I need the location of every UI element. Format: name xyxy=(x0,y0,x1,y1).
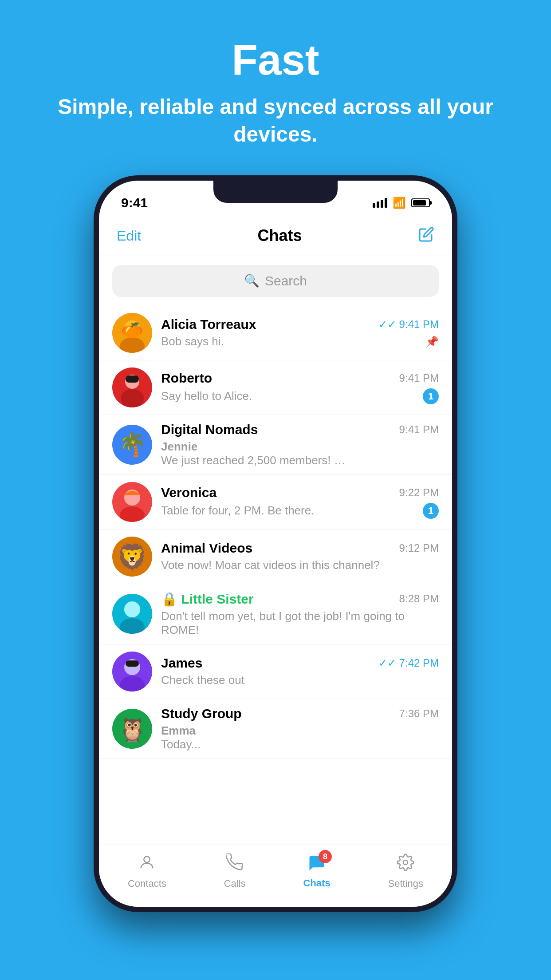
nav-header: Edit Chats xyxy=(99,216,452,256)
chat-sender-study: Emma xyxy=(161,724,439,738)
wifi-icon: 📶 xyxy=(393,197,406,209)
chat-time-alicia: ✓✓ 9:41 PM xyxy=(378,318,439,331)
search-placeholder: Search xyxy=(265,273,307,288)
svg-point-18 xyxy=(124,601,140,617)
nav-item-calls[interactable]: Calls xyxy=(224,854,246,889)
chat-content-veronica: Veronica 9:22 PM Table for four, 2 PM. B… xyxy=(161,485,439,519)
avatar-roberto xyxy=(112,368,152,407)
svg-text:🌴: 🌴 xyxy=(118,431,147,458)
chat-sender-digital: Jennie xyxy=(161,440,439,454)
nav-item-contacts[interactable]: Contacts xyxy=(128,854,166,889)
chat-name-roberto: Roberto xyxy=(161,371,212,386)
settings-label: Settings xyxy=(388,878,424,889)
hero-title: Fast xyxy=(232,36,319,84)
chat-name-animal: Animal Videos xyxy=(161,541,252,556)
svg-text:🦉: 🦉 xyxy=(118,716,147,743)
chat-content-james: James ✓✓ 7:42 PM Check these out xyxy=(161,656,439,687)
svg-point-26 xyxy=(144,856,150,862)
chat-time-digital: 9:41 PM xyxy=(399,423,439,436)
chat-content-animal: Animal Videos 9:12 PM Vote now! Moar cat… xyxy=(161,541,439,572)
search-bar[interactable]: 🔍 Search xyxy=(112,265,439,297)
svg-rect-9 xyxy=(126,375,139,383)
chat-preview-james: Check these out xyxy=(161,673,244,687)
avatar-veronica xyxy=(112,482,152,522)
chat-time-sister: 8:28 PM xyxy=(399,593,439,605)
hero-subtitle: Simple, reliable and synced across all y… xyxy=(0,93,551,149)
chat-item-digital[interactable]: 🌴 Digital Nomads 9:41 PM Jennie We just … xyxy=(99,415,452,475)
avatar-james xyxy=(112,652,152,692)
chat-item-veronica[interactable]: Veronica 9:22 PM Table for four, 2 PM. B… xyxy=(99,475,452,530)
avatar-digital: 🌴 xyxy=(112,425,152,465)
chat-time-james: ✓✓ 7:42 PM xyxy=(378,657,439,669)
svg-rect-23 xyxy=(126,660,139,667)
page-title: Chats xyxy=(258,226,302,245)
chat-preview-digital: We just reached 2,500 members! WOO! xyxy=(161,454,347,467)
chats-badge: 8 xyxy=(319,850,332,863)
chat-time-study: 7:36 PM xyxy=(399,707,439,720)
calls-label: Calls xyxy=(224,878,246,889)
chat-content-sister: 🔒 Little Sister 8:28 PM Don't tell mom y… xyxy=(161,591,439,637)
settings-icon xyxy=(397,854,414,875)
chat-content-study: Study Group 7:36 PM Emma Today... xyxy=(161,706,439,751)
bottom-nav: Contacts Calls 8 xyxy=(99,845,452,907)
chat-content-alicia: Alicia Torreaux ✓✓ 9:41 PM Bob says hi. … xyxy=(161,317,439,348)
unread-badge-roberto: 1 xyxy=(423,388,439,404)
chat-preview-animal: Vote now! Moar cat videos in this channe… xyxy=(161,558,439,572)
chat-name-veronica: Veronica xyxy=(161,485,216,500)
chat-preview-roberto: Say hello to Alice. xyxy=(161,389,252,403)
search-icon: 🔍 xyxy=(244,273,260,288)
phone-outer: 9:41 📶 Edit Chats xyxy=(94,175,457,912)
chat-name-alicia: Alicia Torreaux xyxy=(161,317,256,332)
chat-name-sister: 🔒 Little Sister xyxy=(161,591,254,607)
edit-button[interactable]: Edit xyxy=(117,228,141,244)
avatar-alicia: 🍊 xyxy=(112,313,152,353)
chat-preview-sister: Don't tell mom yet, but I got the job! I… xyxy=(161,609,439,637)
avatar-animal: 🦁 xyxy=(112,537,152,577)
pin-icon-alicia: 📌 xyxy=(425,336,439,348)
chat-preview-study: Today... xyxy=(161,738,347,751)
chat-item-sister[interactable]: 🔒 Little Sister 8:28 PM Don't tell mom y… xyxy=(99,584,452,644)
chat-item-roberto[interactable]: Roberto 9:41 PM Say hello to Alice. 1 xyxy=(99,360,452,415)
chats-label: Chats xyxy=(303,877,331,889)
calls-icon xyxy=(226,854,244,875)
chat-content-roberto: Roberto 9:41 PM Say hello to Alice. 1 xyxy=(161,371,439,404)
signal-icon xyxy=(373,198,387,208)
nav-item-chats[interactable]: 8 Chats xyxy=(303,854,331,889)
chat-item-james[interactable]: James ✓✓ 7:42 PM Check these out xyxy=(99,644,452,699)
chat-name-james: James xyxy=(161,656,202,671)
chat-preview-alicia: Bob says hi. xyxy=(161,335,224,348)
svg-text:🍊: 🍊 xyxy=(123,322,141,339)
battery-icon xyxy=(411,198,430,207)
status-bar: 9:41 📶 xyxy=(99,181,452,216)
status-icons: 📶 xyxy=(373,197,430,209)
chat-item-animal[interactable]: 🦁 Animal Videos 9:12 PM Vote now! Moar c… xyxy=(99,530,452,584)
svg-point-27 xyxy=(403,860,408,865)
avatar-study: 🦉 xyxy=(112,709,152,749)
chat-time-roberto: 9:41 PM xyxy=(399,372,439,384)
unread-badge-veronica: 1 xyxy=(423,503,439,519)
chats-icon-wrap: 8 xyxy=(307,854,327,875)
svg-point-8 xyxy=(121,389,144,407)
phone-mockup: 9:41 📶 Edit Chats xyxy=(94,175,457,921)
svg-text:🦁: 🦁 xyxy=(117,542,148,572)
contacts-label: Contacts xyxy=(128,878,166,889)
phone-inner: 9:41 📶 Edit Chats xyxy=(99,181,452,907)
chat-name-digital: Digital Nomads xyxy=(161,422,258,437)
avatar-sister xyxy=(112,594,152,634)
chat-preview-veronica: Table for four, 2 PM. Be there. xyxy=(161,504,314,518)
status-time: 9:41 xyxy=(121,195,148,210)
chat-list: 🍊 Alicia Torreaux ✓✓ 9:41 PM Bob says hi… xyxy=(99,306,452,759)
chat-item-study[interactable]: 🦉 Study Group 7:36 PM Emma Today... xyxy=(99,699,452,759)
chat-content-digital: Digital Nomads 9:41 PM Jennie We just re… xyxy=(161,422,439,467)
chat-time-animal: 9:12 PM xyxy=(399,542,439,554)
compose-button[interactable] xyxy=(418,226,434,245)
nav-item-settings[interactable]: Settings xyxy=(388,854,424,889)
chat-name-study: Study Group xyxy=(161,706,242,721)
chat-time-veronica: 9:22 PM xyxy=(399,486,439,499)
chat-item-alicia[interactable]: 🍊 Alicia Torreaux ✓✓ 9:41 PM Bob says hi… xyxy=(99,306,452,360)
contacts-icon xyxy=(138,854,156,875)
